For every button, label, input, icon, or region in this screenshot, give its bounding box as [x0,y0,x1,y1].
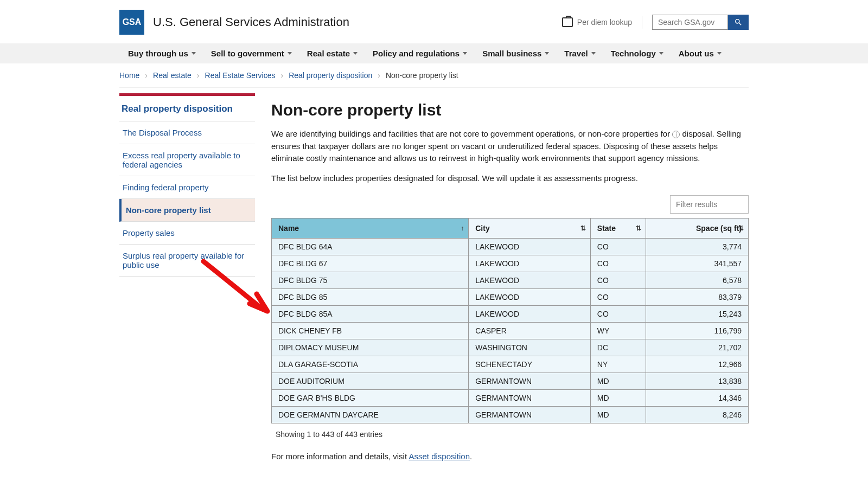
nav-item[interactable]: About us [679,49,722,58]
cell-space: 13,838 [646,373,749,390]
site-title: U.S. General Services Administration [153,15,349,29]
chevron-down-icon [192,52,196,55]
cell-name: DOE AUDITORIUM [272,373,469,390]
cell-city: GERMANTOWN [469,373,591,390]
table-row: DFC BLDG 85ALAKEWOODCO15,243 [272,306,749,323]
sort-icon: ⇅ [636,224,641,232]
sort-icon: ⇅ [738,224,744,232]
nav-item[interactable]: Small business [482,49,549,58]
chevron-down-icon [659,52,663,55]
filter-input[interactable] [670,195,749,214]
column-header[interactable]: City⇅ [469,219,591,239]
cell-name: DFC BLDG 85A [272,306,469,323]
cell-name: DICK CHENEY FB [272,323,469,339]
footer-paragraph: For more information and details, visit … [271,452,749,461]
intro-paragraph-1: We are identifying buildings and facilit… [271,128,749,165]
cell-space: 21,702 [646,339,749,356]
cell-city: LAKEWOOD [469,239,591,255]
column-header[interactable]: Name↑ [272,219,469,239]
info-icon[interactable]: i [672,131,680,138]
chevron-down-icon [717,52,722,55]
cell-city: LAKEWOOD [469,289,591,306]
cell-name: DOE GERMANTN DAYCARE [272,407,469,423]
nav-item[interactable]: Technology [611,49,663,58]
table-row: DFC BLDG 85LAKEWOODCO83,379 [272,289,749,306]
sidebar-item[interactable]: Excess real property available to federa… [119,144,255,176]
column-header[interactable]: State⇅ [590,219,646,239]
breadcrumb-link[interactable]: Real Estate Services [205,71,276,80]
sidebar-item[interactable]: Non-core property list [119,199,255,222]
chevron-down-icon [288,52,292,55]
sort-asc-icon: ↑ [461,224,464,232]
table-showing-text: Showing 1 to 443 of 443 entries [276,430,749,439]
nav-item[interactable]: Policy and regulations [373,49,467,58]
sidebar-item[interactable]: The Disposal Process [119,121,255,144]
cell-space: 8,246 [646,407,749,423]
cell-name: DFC BLDG 85 [272,289,469,306]
cell-state: MD [590,407,646,423]
breadcrumb-link[interactable]: Real property disposition [289,71,372,80]
sidebar-item[interactable]: Property sales [119,222,255,245]
property-table: Name↑City⇅State⇅Space (sq ft)⇅ DFC BLDG … [271,218,749,423]
cell-city: LAKEWOOD [469,272,591,289]
search-input[interactable] [652,15,728,30]
cell-state: NY [590,356,646,373]
table-row: DLA GARAGE-SCOTIASCHENECTADYNY12,966 [272,356,749,373]
sidebar-title[interactable]: Real property disposition [119,96,255,121]
cell-city: GERMANTOWN [469,407,591,423]
main-content: Non-core property list We are identifyin… [271,93,749,472]
cell-space: 3,774 [646,239,749,255]
cell-space: 12,966 [646,356,749,373]
cell-state: DC [590,339,646,356]
search-button[interactable] [728,15,749,30]
asset-disposition-link[interactable]: Asset disposition [409,452,470,461]
cell-city: SCHENECTADY [469,356,591,373]
gsa-logo[interactable]: GSA [119,10,144,35]
intro-paragraph-2: The list below includes properties desig… [271,172,749,185]
cell-city: GERMANTOWN [469,390,591,407]
breadcrumb-separator: › [280,71,283,80]
table-row: DIPLOMACY MUSEUMWASHINGTONDC21,702 [272,339,749,356]
search-icon [734,18,743,27]
nav-item[interactable]: Sell to government [211,49,292,58]
sidebar-item[interactable]: Finding federal property [119,176,255,199]
per-diem-lookup-link[interactable]: Per diem lookup [562,17,632,27]
cell-name: DFC BLDG 75 [272,272,469,289]
nav-item[interactable]: Travel [564,49,595,58]
nav-item[interactable]: Buy through us [128,49,196,58]
cell-space: 14,346 [646,390,749,407]
table-row: DOE AUDITORIUMGERMANTOWNMD13,838 [272,373,749,390]
breadcrumb-link[interactable]: Real estate [153,71,192,80]
site-header: GSA U.S. General Services Administration… [119,0,749,43]
cell-space: 6,578 [646,272,749,289]
site-search [652,15,749,30]
column-header[interactable]: Space (sq ft)⇅ [646,219,749,239]
cell-name: DIPLOMACY MUSEUM [272,339,469,356]
nav-item[interactable]: Real estate [307,49,358,58]
cell-city: WASHINGTON [469,339,591,356]
cell-name: DFC BLDG 67 [272,255,469,272]
cell-space: 15,243 [646,306,749,323]
cell-city: LAKEWOOD [469,306,591,323]
chevron-down-icon [591,52,596,55]
cell-space: 341,557 [646,255,749,272]
breadcrumb: Home›Real estate›Real Estate Services›Re… [119,63,749,88]
breadcrumb-current: Non-core property list [386,71,458,80]
sidebar-item[interactable]: Surplus real property available for publ… [119,245,255,277]
cell-name: DLA GARAGE-SCOTIA [272,356,469,373]
table-row: DFC BLDG 64ALAKEWOODCO3,774 [272,239,749,255]
table-row: DOE GERMANTN DAYCAREGERMANTOWNMD8,246 [272,407,749,423]
cell-state: CO [590,306,646,323]
breadcrumb-link[interactable]: Home [119,71,139,80]
table-row: DFC BLDG 75LAKEWOODCO6,578 [272,272,749,289]
cell-state: CO [590,272,646,289]
cell-city: LAKEWOOD [469,255,591,272]
breadcrumb-separator: › [145,71,148,80]
sidebar: Real property disposition The Disposal P… [119,93,255,472]
per-diem-label: Per diem lookup [577,18,632,27]
table-row: DICK CHENEY FBCASPERWY116,799 [272,323,749,339]
cell-city: CASPER [469,323,591,339]
cell-state: WY [590,323,646,339]
briefcase-icon [562,17,573,27]
cell-state: CO [590,289,646,306]
